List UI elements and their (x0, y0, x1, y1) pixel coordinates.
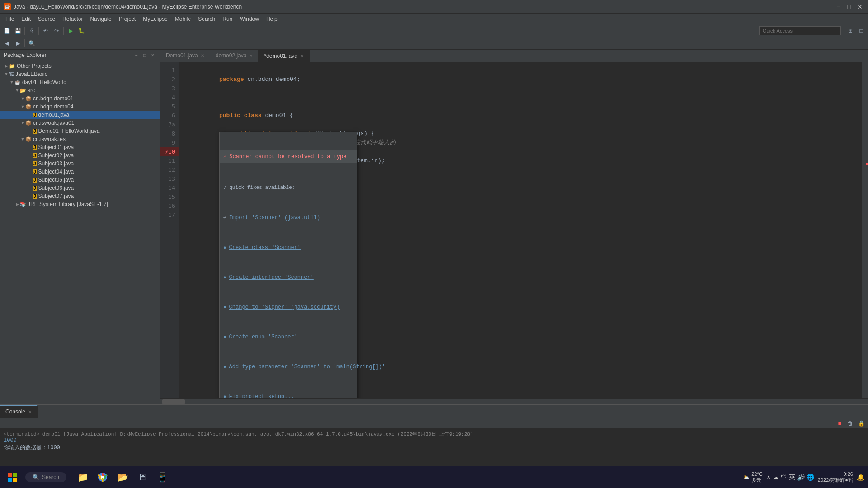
taskbar-folder[interactable]: 📂 (113, 468, 132, 486)
expander-cn-iswoak-java01[interactable]: ▼ (20, 120, 25, 126)
console-tab[interactable]: Console ✕ (0, 405, 38, 418)
tab-demo02[interactable]: demo02.java ✕ (210, 50, 259, 62)
taskbar-time[interactable]: 9:26 2022/劳雅辉●码 (818, 471, 853, 483)
menu-item-file[interactable]: File (2, 15, 18, 23)
maximize-button[interactable]: □ (844, 2, 854, 11)
menu-item-navigate[interactable]: Navigate (86, 15, 115, 23)
minimize-panel-button[interactable]: − (133, 52, 140, 59)
expander-other-projects[interactable]: ▶ (4, 63, 9, 69)
taskbar-chrome[interactable] (94, 468, 112, 486)
save-button[interactable]: 💾 (13, 26, 23, 36)
tree-item-other-projects[interactable]: ▶ 📁 Other Projects (0, 62, 160, 70)
tray-cloud[interactable]: ☁ (773, 474, 779, 481)
tree-item-jre[interactable]: ▶ 📚 JRE System Library [JavaSE-1.7] (0, 200, 160, 208)
expander-jre[interactable]: ▶ (14, 202, 20, 207)
quickfix-item-create-enum[interactable]: ● Create enum 'Scanner' (220, 331, 357, 343)
menu-item-source[interactable]: Source (34, 15, 59, 23)
console-scroll-lock-button[interactable]: 🔒 (856, 418, 866, 428)
expander-day01[interactable]: ▼ (9, 80, 14, 85)
editor-scrollbar[interactable] (862, 62, 868, 398)
quickfix-item-import[interactable]: ↩ Import 'Scanner' (java.util) (220, 212, 357, 224)
perspective-button[interactable]: ⊞ (845, 26, 855, 36)
menu-item-refactor[interactable]: Refactor (59, 15, 86, 23)
new-button[interactable]: 📄 (2, 26, 12, 36)
search-button[interactable]: 🔍 (27, 38, 37, 48)
tab-demo01-modified-close[interactable]: ✕ (300, 54, 304, 59)
console-tab-close[interactable]: ✕ (28, 409, 32, 414)
tray-lang[interactable]: 英 (789, 473, 795, 481)
expander-cn-bdqn-demo04[interactable]: ▼ (20, 104, 25, 109)
menu-item-myeclipse[interactable]: MyEclipse (139, 15, 171, 23)
menu-item-search[interactable]: Search (194, 15, 219, 23)
maximize-panel-button[interactable]: □ (141, 52, 148, 59)
expander-cn-bdqn-demo01[interactable]: ▼ (20, 96, 25, 101)
tab-demo01-close[interactable]: ✕ (201, 53, 204, 58)
forward-button[interactable]: ▶ (13, 38, 23, 48)
tree-item-cn-iswoak-java01[interactable]: ▼ 📦 cn.iswoak.java01 (0, 119, 160, 127)
panel-header-controls[interactable]: − □ ✕ (133, 52, 156, 59)
tree-item-java-ee-basic[interactable]: ▼ 🏗 JavaEEBasic (0, 70, 160, 78)
menu-item-help[interactable]: Help (263, 15, 281, 23)
run-button[interactable]: ▶ (66, 26, 75, 36)
tree-item-demo01-helloworld[interactable]: J Demo01_HelloWorld.java (0, 127, 160, 135)
quickfix-link-import[interactable]: Import 'Scanner' (java.util) (229, 213, 321, 222)
tree-item-subject01[interactable]: J Subject01.java (0, 143, 160, 151)
tab-demo01-modified[interactable]: *demo01.java ✕ (259, 50, 309, 62)
quickfix-link-create-class[interactable]: Create class 'Scanner' (229, 243, 301, 252)
tree-item-subject07[interactable]: J Subject07.java (0, 192, 160, 200)
tree-item-subject06[interactable]: J Subject06.java (0, 184, 160, 192)
undo-button[interactable]: ↶ (41, 26, 51, 36)
quickfix-link-change-signer[interactable]: Change to 'Signer' (java.security) (229, 303, 340, 312)
title-bar-controls[interactable]: − □ ✕ (834, 2, 864, 11)
tree-item-subject05[interactable]: J Subject05.java (0, 176, 160, 184)
menu-item-run[interactable]: Run (219, 15, 236, 23)
notification-icon[interactable]: 🔔 (857, 474, 864, 481)
quickfix-link-fix-project[interactable]: Fix project setup... (229, 392, 294, 398)
tree-item-demo01-java[interactable]: J demo01.java (0, 111, 160, 119)
menu-item-window[interactable]: Window (236, 15, 263, 23)
quick-access-input[interactable] (760, 26, 841, 35)
tab-demo01[interactable]: Demo01.java ✕ (160, 50, 210, 62)
menu-item-mobile[interactable]: Mobile (171, 15, 194, 23)
quickfix-item-add-type-param[interactable]: ● Add type parameter 'Scanner' to 'main(… (220, 361, 357, 373)
h-scroll-thumb[interactable] (162, 399, 185, 404)
tree-item-day01[interactable]: ▼ ☕ day01_HelloWorld (0, 78, 160, 86)
taskbar-file-explorer[interactable]: 📁 (74, 468, 92, 486)
menu-item-edit[interactable]: Edit (18, 15, 34, 23)
tray-security[interactable]: 🛡 (781, 474, 787, 481)
console-terminate-button[interactable]: ■ (835, 418, 844, 428)
tree-item-cn-bdqn-demo04[interactable]: ▼ 📦 cn.bdqn.demo04 (0, 103, 160, 111)
tree-item-subject02[interactable]: J Subject02.java (0, 151, 160, 160)
quickfix-link-create-interface[interactable]: Create interface 'Scanner' (229, 273, 314, 282)
expander-src[interactable]: ▼ (14, 88, 20, 93)
code-area[interactable]: package cn.bdqn.demo04; public class dem… (179, 62, 862, 398)
taskbar-app-6[interactable]: 📱 (153, 468, 171, 486)
quickfix-item-change-signer[interactable]: ● Change to 'Signer' (java.security) (220, 301, 357, 313)
back-button[interactable]: ◀ (2, 38, 12, 48)
tree-item-cn-bdqn-demo01[interactable]: ▼ 📦 cn.bdqn.demo01 (0, 94, 160, 103)
print-button[interactable]: 🖨 (27, 26, 37, 36)
close-panel-button[interactable]: ✕ (149, 52, 156, 59)
tray-network[interactable]: 🌐 (807, 474, 814, 481)
close-button[interactable]: ✕ (855, 2, 864, 11)
taskbar-app-5[interactable]: 🖥 (133, 468, 151, 486)
redo-button[interactable]: ↷ (52, 26, 61, 36)
tree-item-src[interactable]: ▼ 📂 src (0, 86, 160, 94)
quickfix-item-create-class[interactable]: ● Create class 'Scanner' (220, 242, 357, 253)
tray-chevron[interactable]: ∧ (766, 474, 771, 481)
minimize-button[interactable]: − (834, 2, 843, 11)
console-clear-button[interactable]: 🗑 (845, 418, 855, 428)
quickfix-link-add-type-param[interactable]: Add type parameter 'Scanner' to 'main(St… (229, 362, 386, 371)
tree-item-cn-iswoak-test[interactable]: ▼ 📦 cn.iswoak.test (0, 135, 160, 143)
bottom-scroll-bar[interactable] (160, 398, 868, 404)
quickfix-item-create-interface[interactable]: ● Create interface 'Scanner' (220, 272, 357, 283)
expander-cn-iswoak-test[interactable]: ▼ (20, 136, 25, 142)
quickfix-item-fix-project[interactable]: ● Fix project setup... (220, 391, 357, 398)
debug-button[interactable]: 🐛 (76, 26, 86, 36)
quickfix-link-create-enum[interactable]: Create enum 'Scanner' (229, 333, 297, 342)
tree-item-subject03[interactable]: J Subject03.java (0, 160, 160, 168)
taskbar-search[interactable]: 🔍 Search (25, 472, 66, 482)
taskbar-start-button[interactable] (4, 468, 22, 486)
view-button[interactable]: □ (856, 26, 866, 36)
expander-java-ee-basic[interactable]: ▼ (4, 71, 9, 77)
